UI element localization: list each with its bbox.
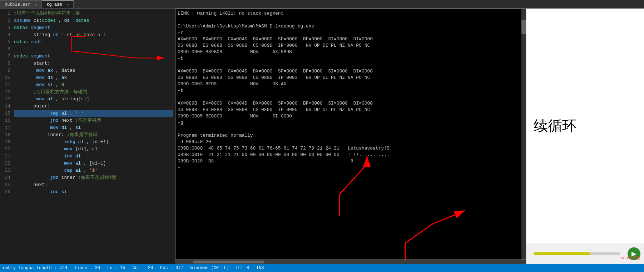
code-line-25: next: bbox=[14, 181, 173, 188]
svg-line-10 bbox=[432, 211, 465, 224]
annotation-chinese-text: 续循环 bbox=[534, 116, 576, 136]
line-numbers: 12345 678910 1112131415 1617181920 21222… bbox=[0, 9, 13, 264]
tab-bubble-asm-label: bubble.asm bbox=[5, 2, 30, 7]
h-scrollbar[interactable] bbox=[175, 260, 526, 264]
code-line-20: mov [di], al bbox=[14, 146, 173, 153]
tab-bubble-asm[interactable]: bubble.asm ✕ bbox=[0, 0, 42, 8]
code-line-4: string db 'Let us have a t bbox=[14, 31, 173, 39]
svg-line-11 bbox=[405, 224, 432, 243]
csdn-watermark: CSDN@衔笔 bbox=[621, 255, 640, 261]
encoding-info: Windows (CR LF) bbox=[190, 266, 229, 271]
code-line-9: mov ax , datas bbox=[14, 67, 173, 74]
tab-bubble-asm-close[interactable]: ✕ bbox=[35, 3, 37, 7]
ln-info: Ln : 15 bbox=[107, 266, 125, 271]
code-line-22: mov al , [di-1] bbox=[14, 160, 173, 167]
code-line-17: mov di , si bbox=[14, 124, 173, 131]
code-line-21: inc di bbox=[14, 153, 173, 160]
col-info: Col : 20 bbox=[132, 266, 153, 271]
code-line-14: outer: bbox=[14, 103, 173, 110]
tab-kg-asm-label: kg.asm bbox=[46, 2, 62, 7]
code-line-8: start: bbox=[14, 60, 173, 67]
pos-info: Pos : 347 bbox=[160, 266, 183, 271]
code-lines[interactable]: ;现有一个以$结尾的字符串，要 assume cs:codes , ds :da… bbox=[13, 9, 175, 264]
terminal-window: LINK : warning L4021: no stack segment C… bbox=[175, 9, 526, 260]
code-line-24: jnz inner ;如果不是$就继续 bbox=[14, 174, 173, 181]
code-line-10: mov ds , ax bbox=[14, 74, 173, 81]
code-line-26: inc si bbox=[14, 188, 173, 196]
terminal-scrollbar-thumb[interactable] bbox=[521, 20, 526, 34]
code-line-13: mov al , string[si] bbox=[14, 96, 173, 103]
terminal-content: LINK : warning L4021: no stack segment C… bbox=[175, 9, 526, 172]
code-line-11: mov si , 0 bbox=[14, 81, 173, 89]
code-line-16: jnz next ;不是空格就 bbox=[14, 117, 173, 124]
status-bar: embly langua length : 729 lines : 36 Ln … bbox=[0, 264, 644, 272]
right-panel-bottom: ▶ CSDN@衔笔 bbox=[526, 243, 644, 264]
tab-kg-asm[interactable]: kg.asm ✕ bbox=[42, 0, 73, 8]
code-line-6 bbox=[14, 46, 173, 53]
code-editor: 12345 678910 1112131415 1617181920 21222… bbox=[0, 9, 175, 264]
assembly-info: embly langua length : 729 bbox=[3, 266, 67, 271]
terminal-area: LINK : warning L4021: no stack segment C… bbox=[175, 9, 526, 264]
code-line-15: cmp al , ' ' bbox=[14, 110, 173, 117]
code-line-12: ;使用最栏的方法，每碰到 bbox=[14, 89, 173, 96]
charset-info: UTF-8 bbox=[236, 266, 249, 271]
code-line-18: inner: ;如果是字符就 bbox=[14, 131, 173, 138]
code-line-2: assume cs:codes , ds :datas bbox=[14, 17, 173, 24]
main-area: 12345 678910 1112131415 1617181920 21222… bbox=[0, 9, 644, 264]
terminal-scrollbar[interactable] bbox=[521, 9, 526, 260]
code-line-1: ;现有一个以$结尾的字符串，要 bbox=[14, 10, 173, 17]
tab-kg-asm-close[interactable]: ✕ bbox=[67, 3, 69, 7]
progress-bar-container bbox=[534, 252, 620, 255]
lines-info: lines : 36 bbox=[74, 266, 100, 271]
code-line-7: codes segment bbox=[14, 53, 173, 60]
code-line-3: datas segment bbox=[14, 24, 173, 31]
mode-info: INS bbox=[256, 266, 264, 271]
right-panel-content: 续循环 bbox=[526, 9, 644, 243]
h-scrollbar-thumb[interactable] bbox=[193, 261, 264, 263]
code-line-19: xchg al , [di+1] bbox=[14, 138, 173, 146]
code-line-23: cmp al , '$' bbox=[14, 167, 173, 174]
right-panel: 续循环 ▶ CSDN@衔笔 bbox=[526, 9, 644, 264]
code-line-5: datas ends bbox=[14, 39, 173, 46]
tab-bar: bubble.asm ✕ kg.asm ✕ bbox=[0, 0, 644, 9]
progress-bar-fill bbox=[534, 252, 590, 255]
